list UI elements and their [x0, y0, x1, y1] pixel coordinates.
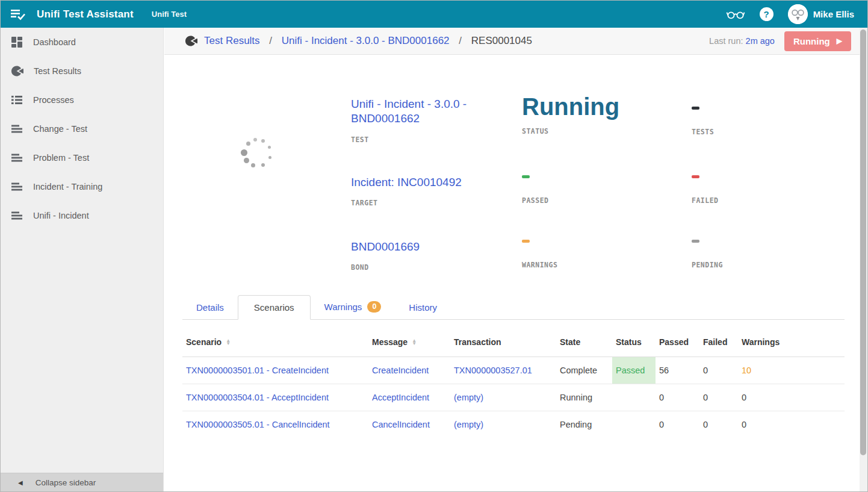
target-link[interactable]: Incident: INC0010492	[351, 175, 486, 190]
last-run-value[interactable]: 2m ago	[746, 36, 775, 46]
col-scenario[interactable]: Scenario▲▼	[182, 327, 368, 357]
bond-label: BOND	[351, 263, 522, 272]
scenario-link[interactable]: TXN0000003504.01 - AcceptIncident	[186, 393, 329, 402]
user-name: Mike Ellis	[813, 9, 854, 19]
failed-value-dash	[692, 175, 699, 178]
col-warnings: Warnings	[738, 327, 845, 357]
test-block: Unifi - Incident - 3.0.0 - BND0001662 TE…	[351, 97, 522, 175]
sidebar-item-label: Dashboard	[33, 37, 76, 47]
sidebar: Dashboard Test Results Processes Change …	[1, 28, 164, 491]
sort-icon[interactable]: ▲▼	[226, 340, 231, 346]
col-message[interactable]: Message▲▼	[368, 327, 450, 357]
sidebar-item-dashboard[interactable]: Dashboard	[1, 28, 163, 57]
sidebar-item-incident-training[interactable]: Incident - Training	[1, 172, 163, 201]
sort-icon[interactable]: ▲▼	[412, 340, 417, 346]
sidebar-item-label: Incident - Training	[33, 182, 102, 192]
breadcrumb-separator: /	[459, 35, 462, 46]
topbar-actions: ? Mike Ellis	[726, 4, 854, 24]
state-cell: Pending	[556, 411, 612, 438]
passed-cell: 0	[656, 384, 699, 411]
tab-bar: Details Scenarios Warnings 0 History	[182, 294, 845, 320]
col-state: State	[556, 327, 612, 357]
collapse-sidebar-button[interactable]: ◀ Collapse sidebar	[1, 473, 163, 491]
text-lines-icon	[11, 181, 23, 193]
breadcrumb-bar: Test Results / Unifi - Incident - 3.0.0 …	[164, 28, 867, 55]
sidebar-item-label: Problem - Test	[33, 153, 89, 163]
col-transaction: Transaction	[450, 327, 556, 357]
breadcrumb: Test Results / Unifi - Incident - 3.0.0 …	[204, 35, 532, 47]
breadcrumb-test-link[interactable]: Unifi - Incident - 3.0.0 - BND0001662	[282, 35, 450, 46]
bond-link[interactable]: BND0001669	[351, 240, 486, 254]
transaction-link[interactable]: TXN0000003527.01	[454, 366, 532, 375]
collapse-arrow-icon: ◀	[18, 479, 23, 486]
test-label: TEST	[351, 135, 522, 144]
scenario-link[interactable]: TXN0000003505.01 - CancelIncident	[186, 420, 330, 429]
status-cell	[612, 411, 656, 438]
sidebar-item-label: Change - Test	[33, 124, 87, 134]
sidebar-item-processes[interactable]: Processes	[1, 86, 163, 114]
status-label: STATUS	[522, 127, 692, 135]
text-lines-icon	[11, 123, 23, 135]
tab-warnings[interactable]: Warnings 0	[311, 294, 395, 319]
table-header-row: Scenario▲▼ Message▲▼ Transaction State S…	[182, 327, 845, 357]
pie-chart-logo-icon	[185, 35, 197, 47]
failed-label: FAILED	[692, 196, 867, 205]
breadcrumb-test-results[interactable]: Test Results	[204, 35, 260, 46]
passed-metric: PASSED	[522, 175, 692, 240]
user-menu[interactable]: Mike Ellis	[788, 4, 854, 24]
text-lines-icon	[11, 210, 23, 222]
message-link[interactable]: CancelIncident	[372, 420, 430, 429]
last-run-label: Last run:	[709, 36, 743, 46]
col-failed: Failed	[699, 327, 738, 357]
sidebar-item-problem-test[interactable]: Problem - Test	[1, 143, 163, 172]
sidebar-item-label: Test Results	[34, 66, 81, 76]
transaction-link[interactable]: (empty)	[454, 420, 483, 429]
status-block: Running STATUS	[522, 97, 692, 175]
tab-history[interactable]: History	[395, 296, 451, 319]
app-subtitle: Unifi Test	[152, 10, 187, 19]
status-cell	[612, 384, 656, 411]
vertical-scrollbar	[860, 28, 867, 491]
pending-metric: PENDING	[692, 240, 867, 294]
scenario-link[interactable]: TXN0000003501.01 - CreateIncident	[186, 366, 329, 375]
run-button[interactable]: Running ▶	[784, 31, 851, 51]
message-link[interactable]: AcceptIncident	[372, 393, 429, 402]
table-row: TXN0000003505.01 - CancelIncident Cancel…	[182, 411, 845, 438]
failed-cell: 0	[699, 411, 738, 438]
list-icon	[11, 94, 23, 106]
scenarios-table-wrap: Scenario▲▼ Message▲▼ Transaction State S…	[182, 327, 845, 438]
tab-details[interactable]: Details	[182, 296, 238, 319]
scrollbar-thumb[interactable]	[860, 30, 866, 455]
passed-cell: 0	[656, 411, 699, 438]
warnings-label: WARNINGS	[522, 261, 692, 269]
tests-label: TESTS	[692, 128, 867, 136]
help-icon[interactable]: ?	[760, 7, 773, 21]
sidebar-item-label: Processes	[33, 95, 74, 105]
tab-label: Scenarios	[254, 302, 294, 313]
tab-scenarios[interactable]: Scenarios	[238, 295, 311, 320]
sidebar-item-label: Unifi - Incident	[33, 211, 89, 220]
tab-label: Warnings	[324, 302, 362, 312]
scenarios-table: Scenario▲▼ Message▲▼ Transaction State S…	[182, 327, 845, 438]
glasses-icon[interactable]	[726, 8, 745, 20]
pending-value-dash	[692, 240, 699, 243]
message-link[interactable]: CreateIncident	[372, 366, 429, 375]
test-link[interactable]: Unifi - Incident - 3.0.0 - BND0001662	[351, 97, 486, 126]
col-passed: Passed	[656, 327, 699, 357]
playlist-check-menu-icon[interactable]	[10, 8, 27, 21]
tests-value-dash	[692, 107, 699, 110]
passed-label: PASSED	[522, 196, 692, 205]
sidebar-item-unifi-incident[interactable]: Unifi - Incident	[1, 201, 163, 230]
sidebar-item-change-test[interactable]: Change - Test	[1, 114, 163, 143]
avatar	[788, 4, 808, 24]
app-window: Unifi Test Assistant Unifi Test ?	[0, 0, 868, 492]
sidebar-item-test-results[interactable]: Test Results	[1, 57, 163, 86]
warnings-cell: 10	[738, 357, 845, 384]
transaction-link[interactable]: (empty)	[454, 393, 483, 402]
tab-label: Details	[196, 302, 224, 313]
pie-chart-icon	[11, 65, 23, 77]
tab-label: History	[409, 302, 437, 313]
app-title: Unifi Test Assistant	[37, 8, 134, 20]
warnings-count-badge: 0	[367, 301, 381, 313]
text-lines-icon	[11, 152, 23, 164]
